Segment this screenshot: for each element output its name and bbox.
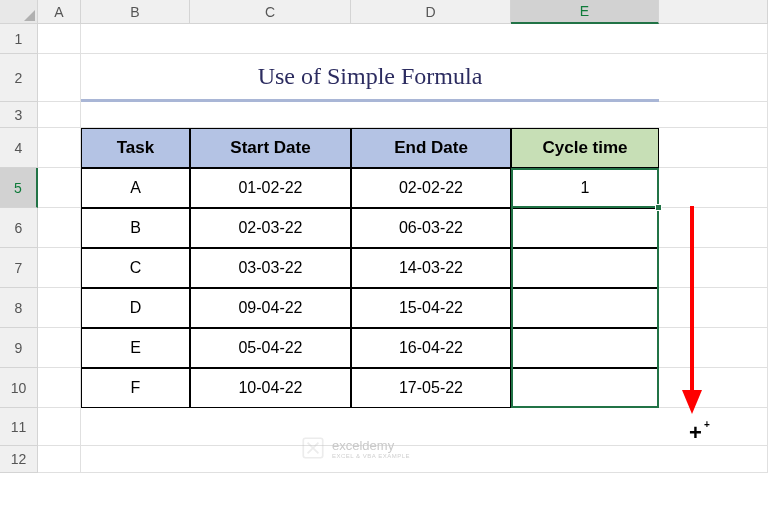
cell[interactable] — [38, 288, 81, 328]
table-cell-start[interactable]: 09-04-22 — [190, 288, 351, 328]
header-start-date[interactable]: Start Date — [190, 128, 351, 168]
col-header-A[interactable]: A — [38, 0, 81, 24]
col-header-C[interactable]: C — [190, 0, 351, 24]
table-cell-end[interactable]: 02-02-22 — [351, 168, 511, 208]
table-cell-start[interactable]: 02-03-22 — [190, 208, 351, 248]
cell[interactable] — [81, 102, 768, 128]
table-cell-end[interactable]: 14-03-22 — [351, 248, 511, 288]
table-cell-cycle[interactable] — [511, 328, 659, 368]
table-cell-cycle[interactable] — [511, 208, 659, 248]
row-header-12[interactable]: 12 — [0, 446, 38, 473]
row-header-4[interactable]: 4 — [0, 128, 38, 168]
cell[interactable] — [38, 208, 81, 248]
table-cell-cycle[interactable] — [511, 368, 659, 408]
table-cell-cycle[interactable]: 1 — [511, 168, 659, 208]
cell[interactable] — [38, 128, 81, 168]
row-header-5[interactable]: 5 — [0, 168, 38, 208]
cell[interactable] — [38, 446, 81, 473]
cell[interactable] — [659, 128, 768, 168]
header-end-date[interactable]: End Date — [351, 128, 511, 168]
cell[interactable] — [659, 168, 768, 208]
cell[interactable] — [659, 208, 768, 248]
col-header-blank[interactable] — [659, 0, 768, 24]
row-header-7[interactable]: 7 — [0, 248, 38, 288]
spreadsheet-grid: A B C D E 1 2 3 4 5 6 7 8 9 10 11 12 Use… — [0, 0, 768, 473]
cell[interactable] — [38, 168, 81, 208]
table-cell-task[interactable]: A — [81, 168, 190, 208]
table-cell-task[interactable]: C — [81, 248, 190, 288]
cell[interactable] — [659, 54, 768, 102]
table-cell-cycle[interactable] — [511, 248, 659, 288]
row-header-11[interactable]: 11 — [0, 408, 38, 446]
table-cell-start[interactable]: 10-04-22 — [190, 368, 351, 408]
cell[interactable] — [81, 446, 768, 473]
row-header-6[interactable]: 6 — [0, 208, 38, 248]
cell[interactable] — [38, 24, 81, 54]
cell[interactable] — [38, 248, 81, 288]
table-cell-start[interactable]: 05-04-22 — [190, 328, 351, 368]
row-header-2[interactable]: 2 — [0, 54, 38, 102]
table-cell-cycle[interactable] — [511, 288, 659, 328]
cell[interactable] — [81, 408, 768, 446]
row-header-1[interactable]: 1 — [0, 24, 38, 54]
watermark-tag: EXCEL & VBA EXAMPLE — [332, 453, 410, 459]
cell[interactable] — [659, 328, 768, 368]
cell[interactable] — [38, 102, 81, 128]
cell[interactable] — [38, 328, 81, 368]
table-cell-start[interactable]: 03-03-22 — [190, 248, 351, 288]
col-header-D[interactable]: D — [351, 0, 511, 24]
row-header-8[interactable]: 8 — [0, 288, 38, 328]
sheet-title[interactable]: Use of Simple Formula — [81, 54, 659, 102]
row-header-3[interactable]: 3 — [0, 102, 38, 128]
cell[interactable] — [659, 288, 768, 328]
table-cell-task[interactable]: D — [81, 288, 190, 328]
table-cell-start[interactable]: 01-02-22 — [190, 168, 351, 208]
cell[interactable] — [81, 24, 768, 54]
col-header-B[interactable]: B — [81, 0, 190, 24]
header-task[interactable]: Task — [81, 128, 190, 168]
table-cell-task[interactable]: E — [81, 328, 190, 368]
cell[interactable] — [659, 248, 768, 288]
row-header-9[interactable]: 9 — [0, 328, 38, 368]
watermark: exceldemy EXCEL & VBA EXAMPLE — [300, 435, 410, 461]
table-cell-task[interactable]: F — [81, 368, 190, 408]
row-header-10[interactable]: 10 — [0, 368, 38, 408]
table-cell-task[interactable]: B — [81, 208, 190, 248]
table-cell-end[interactable]: 17-05-22 — [351, 368, 511, 408]
cell[interactable] — [659, 368, 768, 408]
table-cell-end[interactable]: 15-04-22 — [351, 288, 511, 328]
table-cell-end[interactable]: 16-04-22 — [351, 328, 511, 368]
select-all-corner[interactable] — [0, 0, 38, 24]
table-cell-end[interactable]: 06-03-22 — [351, 208, 511, 248]
watermark-brand: exceldemy — [332, 438, 394, 453]
cell[interactable] — [38, 368, 81, 408]
cell[interactable] — [38, 408, 81, 446]
cell[interactable] — [38, 54, 81, 102]
col-header-E[interactable]: E — [511, 0, 659, 24]
header-cycle-time[interactable]: Cycle time — [511, 128, 659, 168]
